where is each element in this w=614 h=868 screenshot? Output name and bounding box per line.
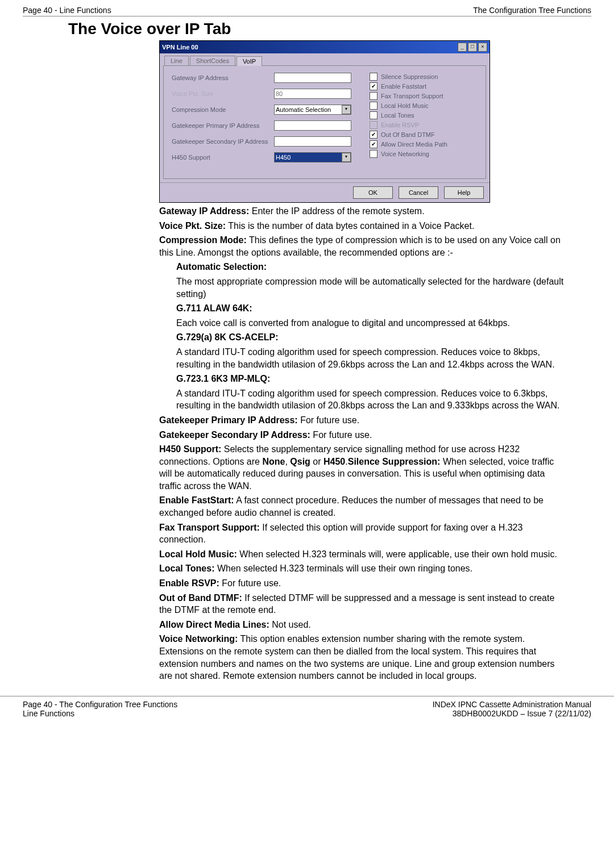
desc-rsvp: For future use. [219, 578, 281, 588]
desc-auto: The most appropriate compression mode wi… [176, 276, 569, 300]
check-label-rsvp: Enable RSVP [381, 122, 419, 128]
minimize-icon[interactable]: _ [458, 43, 467, 52]
checkbox-allow-media[interactable]: ✔ [370, 140, 377, 148]
opt-h450: H450 [323, 457, 345, 466]
label-voice-pkt: Voice Pkt. Size [172, 90, 274, 97]
ok-button[interactable]: OK [353, 186, 393, 199]
check-label-voice-net: Voice Networking [381, 151, 429, 157]
page-footer: Page 40 - The Configuration Tree Functio… [0, 696, 614, 724]
desc-g729: A standard ITU-T coding algorithm used f… [176, 346, 569, 370]
check-label-localtones: Local Tones [381, 112, 414, 119]
dialog-titlebar: VPN Line 00 _ □ × [160, 41, 489, 53]
lbl-g729: G.729(a) 8K CS-ACELP: [176, 332, 279, 342]
label-gk-secondary: Gatekeeper Secondary IP Address [172, 138, 274, 145]
desc-gk-sec: For future use. [310, 430, 372, 440]
compression-select[interactable] [274, 105, 351, 115]
check-label-oob-dtmf: Out Of Band DTMF [381, 131, 435, 138]
checkbox-faststart[interactable]: ✔ [370, 82, 377, 90]
h450-select[interactable] [274, 152, 351, 162]
opt-qsig: Qsig [290, 457, 310, 466]
checkbox-voice-net[interactable] [370, 150, 377, 158]
desc-g723: A standard ITU-T coding algorithm used f… [176, 387, 569, 412]
header-right: The Configuration Tree Functions [473, 6, 591, 15]
close-icon[interactable]: × [478, 43, 487, 52]
footer-right-2: 38DHB0002UKDD – Issue 7 (22/11/02) [433, 709, 591, 718]
desc-gk-prim: For future use. [298, 415, 360, 425]
lbl-h450: H450 Support: [159, 444, 221, 454]
checkbox-oob-dtmf[interactable]: ✔ [370, 131, 377, 139]
tab-shortcodes[interactable]: ShortCodes [190, 56, 235, 65]
tab-line[interactable]: Line [164, 56, 189, 65]
lbl-auto: Automatic Selection: [176, 262, 267, 272]
opt-none: None [262, 457, 285, 466]
vpn-line-dialog: VPN Line 00 _ □ × Line ShortCodes VoIP G… [159, 40, 490, 203]
label-compression: Compression Mode [172, 106, 274, 113]
lbl-gk-prim: Gatekeeper Primary IP Address: [159, 415, 298, 425]
gk-primary-input[interactable] [274, 120, 351, 131]
lbl-voicenet: Voice Networking: [159, 634, 238, 644]
voip-panel: Gateway IP Address Voice Pkt. Size Compr… [163, 65, 486, 179]
checkbox-localtones[interactable] [370, 111, 377, 119]
maximize-icon[interactable]: □ [468, 43, 477, 52]
tab-voip[interactable]: VoIP [237, 56, 262, 66]
footer-left-2: Line Functions [23, 709, 177, 718]
tab-strip: Line ShortCodes VoIP [164, 56, 489, 65]
voice-pkt-input[interactable] [274, 89, 351, 99]
help-button[interactable]: Help [444, 186, 484, 199]
lbl-voice-pkt: Voice Pkt. Size: [159, 221, 226, 231]
lbl-faststart: Enable FastStart: [159, 495, 234, 505]
footer-left-1: Page 40 - The Configuration Tree Functio… [23, 700, 177, 709]
desc-adm: Not used. [269, 620, 311, 629]
lbl-oob: Out of Band DTMF: [159, 593, 242, 603]
cancel-button[interactable]: Cancel [399, 186, 438, 199]
lbl-rsvp: Enable RSVP: [159, 578, 219, 588]
lbl-localhold: Local Hold Music: [159, 549, 237, 559]
check-label-allow-media: Allow Direct Media Path [381, 141, 447, 148]
checkbox-silence[interactable] [370, 73, 377, 81]
lbl-fax: Fax Transport Support: [159, 523, 260, 532]
desc-localhold: When selected H.323 terminals will, were… [237, 549, 557, 559]
label-h450: H450 Support [172, 154, 274, 161]
header-left: Page 40 - Line Functions [23, 6, 111, 15]
lbl-silence: Silence Suppression: [348, 457, 441, 466]
check-label-localhold: Local Hold Music [381, 102, 429, 109]
dialog-button-bar: OK Cancel Help [160, 182, 489, 202]
gk-secondary-input[interactable] [274, 136, 351, 147]
footer-right-1: INDeX IPNC Cassette Administration Manua… [433, 700, 591, 709]
desc-localtones: When selected H.323 terminals will use t… [215, 564, 473, 573]
lbl-g711: G.711 ALAW 64K: [176, 303, 252, 313]
page-header: Page 40 - Line Functions The Configurati… [23, 6, 591, 16]
check-label-faststart: Enable Faststart [381, 83, 426, 90]
chevron-down-icon[interactable]: ▾ [342, 153, 351, 162]
lbl-gateway: Gateway IP Address: [159, 206, 249, 216]
lbl-g723: G.723.1 6K3 MP-MLQ: [176, 374, 270, 383]
checkbox-fax[interactable] [370, 92, 377, 100]
label-gateway: Gateway IP Address [172, 74, 274, 81]
check-label-silence: Silence Suppression [381, 73, 438, 80]
lbl-compression: Compression Mode: [159, 235, 247, 245]
dialog-title: VPN Line 00 [162, 44, 198, 51]
label-gk-primary: Gatekeeper Primary IP Address [172, 122, 274, 129]
lbl-localtones: Local Tones: [159, 564, 215, 573]
gateway-ip-input[interactable] [274, 73, 351, 83]
lbl-gk-sec: Gatekeeper Secondary IP Address: [159, 430, 310, 440]
desc-gateway: Enter the IP address of the remote syste… [249, 206, 424, 216]
section-title: The Voice over IP Tab [68, 20, 591, 38]
desc-g711: Each voice call is converted from analog… [176, 317, 569, 329]
checkbox-rsvp [370, 121, 377, 129]
desc-voice-pkt: This is the number of data bytes contain… [226, 221, 474, 231]
chevron-down-icon[interactable]: ▾ [342, 105, 351, 114]
body-text: Gateway IP Address: Enter the IP address… [159, 205, 569, 682]
check-label-fax: Fax Transport Support [381, 93, 443, 99]
checkbox-localhold[interactable] [370, 102, 377, 110]
lbl-adm: Allow Direct Media Lines: [159, 620, 269, 629]
